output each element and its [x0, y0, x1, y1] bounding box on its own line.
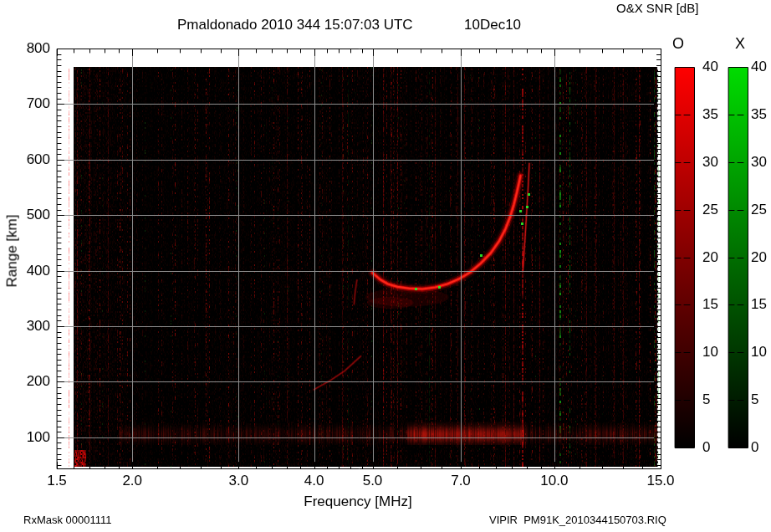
colorbar-x-tick-label: 10: [751, 345, 771, 360]
x-tick-label: 10.0: [534, 473, 574, 489]
colorbar-o-tick-label: 20: [702, 250, 731, 265]
colorbar-x-tick-label: 15: [751, 297, 771, 312]
ionogram-canvas: [0, 0, 771, 532]
rxmask-text: RxMask 00001111: [23, 514, 112, 526]
colorbar-title: O&X SNR [dB]: [616, 2, 698, 16]
colorbar-x-tick-label: 35: [751, 107, 771, 122]
plot-title: Pmaldonado 2010 344 15:07:03 UTC: [177, 18, 413, 33]
y-tick-label: 300: [12, 319, 50, 334]
x-tick-label: 15.0: [641, 473, 681, 489]
x-tick-label: 7.0: [441, 473, 481, 489]
y-tick-label: 700: [12, 96, 50, 111]
colorbar-o-tick-label: 40: [702, 59, 731, 74]
y-tick-label: 400: [12, 263, 50, 279]
y-tick-label: 600: [12, 152, 50, 167]
colorbar-o-tick-label: 5: [702, 392, 731, 407]
colorbar-o-header: O: [667, 36, 689, 53]
colorbar-o-tick-label: 10: [702, 345, 731, 360]
ionogram-figure: Pmaldonado 2010 344 15:07:03 UTC 10Dec10…: [0, 0, 771, 532]
x-tick-label: 4.0: [294, 473, 334, 489]
x-tick-label: 1.5: [37, 473, 77, 489]
colorbar-x-tick-label: 30: [751, 155, 771, 170]
x-tick-label: 2.0: [112, 473, 152, 489]
plot-date: 10Dec10: [464, 18, 521, 33]
colorbar-o-tick-label: 25: [702, 202, 731, 217]
colorbar-x-tick-label: 40: [751, 59, 771, 74]
y-tick-label: 100: [12, 430, 50, 445]
colorbar-x-header: X: [729, 36, 751, 53]
colorbar-o-tick-label: 35: [702, 107, 731, 122]
x-axis-label: Frequency [MHz]: [274, 494, 442, 510]
colorbar-x-tick-label: 20: [751, 250, 771, 265]
colorbar-x-tick-label: 25: [751, 202, 771, 217]
colorbar-o-tick-label: 0: [702, 440, 731, 455]
data-file-text: VIPIR PM91K_2010344150703.RIQ: [489, 514, 666, 526]
colorbar-x-tick-label: 5: [751, 392, 771, 407]
colorbar-o-tick-label: 15: [702, 297, 731, 312]
colorbar-o-tick-label: 30: [702, 155, 731, 170]
colorbar-x-tick-label: 0: [751, 440, 771, 455]
y-tick-label: 800: [12, 41, 50, 56]
x-tick-label: 3.0: [218, 473, 258, 489]
x-tick-label: 5.0: [353, 473, 393, 489]
y-tick-label: 500: [12, 207, 50, 223]
y-tick-label: 200: [12, 374, 50, 389]
